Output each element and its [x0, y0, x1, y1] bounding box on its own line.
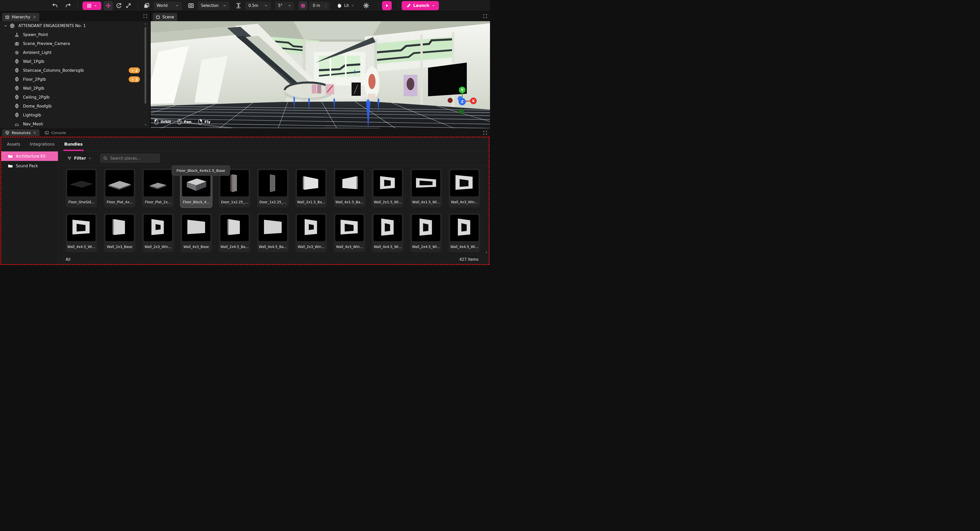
chevron-down-icon: [88, 157, 91, 160]
bundle-piece-tile[interactable]: Wall_4x4.5_Wi...: [449, 213, 480, 252]
tab-assets[interactable]: Assets: [7, 137, 20, 151]
bundle-piece-tile[interactable]: Wall_4x1.5_Ba...: [334, 169, 365, 207]
undo-icon[interactable]: [52, 2, 58, 9]
bundle-folder-item[interactable]: Architecture Kit: [1, 151, 58, 161]
expand-panel-icon[interactable]: [143, 14, 148, 18]
height-stepper[interactable]: 0 m: [309, 2, 329, 10]
play-button[interactable]: [382, 1, 392, 10]
chevron-down-icon[interactable]: [3, 24, 8, 28]
angle-snap-value: 5°: [278, 3, 282, 8]
launch-label: Launch: [413, 3, 429, 8]
close-icon[interactable]: [33, 15, 36, 19]
scale-tool-icon[interactable]: [125, 2, 132, 9]
close-icon[interactable]: [33, 131, 37, 135]
bundle-piece-tile[interactable]: Wall_4x3_Base: [181, 213, 212, 252]
bundle-piece-tile[interactable]: Wall_4x3_Win...: [449, 169, 480, 207]
bundle-piece-tile[interactable]: Wall_4x1.5_Wi...: [410, 169, 442, 207]
floor-plate-icon: [105, 170, 134, 196]
scroll-down-icon[interactable]: [485, 251, 488, 254]
bundle-piece-tile[interactable]: Wall_2x1.5_Wi...: [372, 169, 403, 207]
hierarchy-item[interactable]: Nav_Mesh: [0, 120, 150, 128]
expand-panel-icon[interactable]: [483, 14, 487, 18]
grid-toggle-button[interactable]: [299, 1, 307, 10]
bundle-piece-tile[interactable]: Floor_Plat_4x...: [104, 169, 135, 207]
bundle-piece-tile[interactable]: Wall_2x1.5_Ba...: [296, 169, 327, 207]
hierarchy-item-label: Ambient_Light: [23, 50, 52, 55]
filter-button[interactable]: Filter: [67, 156, 91, 161]
shading-dropdown[interactable]: Lit: [337, 3, 354, 8]
bundle-pieces-grid: Floor_OneSid... Floor_Plat_4x... Floor_P…: [59, 166, 485, 255]
focus-selection-icon[interactable]: [188, 2, 194, 9]
bundle-piece-tile[interactable]: Wall_4x4.5_Wi...: [65, 213, 97, 252]
hierarchy-item[interactable]: Wall_1Pglb: [0, 57, 150, 66]
floor-thin-icon: [67, 170, 95, 196]
hierarchy-item[interactable]: Scene_Preview_Camera: [0, 39, 150, 48]
wall-b-icon: [335, 170, 364, 196]
bundle-piece-tile[interactable]: Wall_2x3_Base: [104, 213, 135, 252]
scroll-down-icon[interactable]: [144, 123, 147, 126]
scrollbar-thumb[interactable]: [145, 27, 146, 104]
redo-icon[interactable]: [65, 2, 72, 9]
tab-bundles[interactable]: Bundles: [64, 137, 83, 151]
vertical-snap-icon[interactable]: [235, 2, 242, 9]
bundle-piece-tile[interactable]: Wall_2x4.5_Wi...: [410, 213, 442, 252]
mouse-left-icon: [154, 119, 158, 124]
duplicate-icon[interactable]: [143, 2, 150, 9]
piece-label: Wall_2x1.5_Ba...: [297, 196, 325, 207]
bundle-piece-tile[interactable]: Floor_OneSid...: [65, 169, 97, 207]
orientation-gizmo[interactable]: Y X Z: [446, 85, 478, 118]
stepper-down-icon[interactable]: [324, 6, 327, 8]
scene-3d-view[interactable]: Orbit Pan Fly: [151, 21, 490, 128]
bundle-piece-tile[interactable]: Wall_2x3_Win...: [296, 213, 327, 252]
settings-gear-icon[interactable]: [363, 2, 369, 9]
hierarchy-item[interactable]: Wall_2Pglb: [0, 84, 150, 93]
search-input[interactable]: [110, 156, 153, 161]
bundles-sidebar: Architecture Kit Sound Pack: [1, 151, 58, 264]
tab-console[interactable]: Console: [41, 129, 69, 136]
bundle-piece-tile[interactable]: Door_1x2.25_...: [257, 169, 288, 207]
hierarchy-tab-label: Hierarchy: [12, 15, 30, 19]
hierarchy-item[interactable]: Floor_2Pglb 2: [0, 75, 150, 84]
space-dropdown-value: World: [156, 3, 167, 8]
hierarchy-item[interactable]: Spawn_Point: [0, 30, 150, 39]
search-box[interactable]: [100, 153, 160, 163]
launch-button[interactable]: Launch: [402, 1, 439, 10]
bundle-piece-tile[interactable]: Wall_4x3_Win...: [334, 213, 365, 252]
hierarchy-item[interactable]: Dome_Roofglb: [0, 102, 150, 111]
bottom-panel: Resources Console Assets Integrations Bu…: [0, 128, 490, 266]
tab-scene[interactable]: Scene: [153, 13, 177, 21]
bundle-piece-tile[interactable]: Wall_4x4.5_Wi...: [372, 213, 403, 252]
hierarchy-root-item[interactable]: ATTENDANT ENGAGEMENTS No- 1: [0, 21, 150, 30]
hint-label: Orbit: [161, 120, 171, 124]
scene-tab-label: Scene: [162, 15, 174, 19]
piece-label: Wall_4x3_Win...: [450, 196, 479, 207]
rotate-tool-icon[interactable]: [115, 2, 122, 9]
hierarchy-item[interactable]: Staircase_Columns_Bordersglb 2: [0, 66, 150, 75]
scroll-up-icon[interactable]: [144, 22, 147, 25]
move-tool-button[interactable]: [103, 1, 113, 11]
add-object-button[interactable]: [83, 2, 101, 10]
win-d-icon: [412, 215, 440, 241]
hierarchy-item[interactable]: Lightsglb: [0, 111, 150, 120]
divider: [78, 3, 78, 9]
hierarchy-scrollbar[interactable]: [144, 22, 146, 126]
tab-resources[interactable]: Resources: [2, 129, 40, 136]
bundle-piece-tile[interactable]: Wall_2x4.5_Ba...: [219, 213, 250, 252]
tab-integrations[interactable]: Integrations: [30, 137, 55, 151]
hierarchy-item[interactable]: Ceiling_2Pglb: [0, 93, 150, 102]
bundle-piece-tile[interactable]: Floor_Plat_2x...: [142, 169, 173, 207]
piece-label: Wall_4x1.5_Wi...: [412, 196, 440, 207]
stepper-up-icon[interactable]: [324, 3, 327, 6]
space-dropdown[interactable]: World: [153, 2, 182, 10]
hierarchy-item[interactable]: Ambient_Light: [0, 48, 150, 57]
hierarchy-item-label: Floor_2Pglb: [23, 77, 46, 82]
console-tab-label: Console: [51, 131, 66, 135]
grid-snap-dropdown[interactable]: 0.5m: [245, 2, 271, 10]
expand-panel-icon[interactable]: [483, 131, 487, 135]
tab-hierarchy[interactable]: Hierarchy: [2, 13, 39, 21]
bundle-piece-tile[interactable]: Wall_4x4.5_Ba...: [257, 213, 288, 252]
pivot-dropdown[interactable]: Selection: [198, 2, 229, 10]
bundle-piece-tile[interactable]: Wall_2x3_Win...: [142, 213, 173, 252]
angle-snap-dropdown[interactable]: 5°: [275, 2, 294, 10]
bundle-folder-item[interactable]: Sound Pack: [1, 161, 58, 171]
